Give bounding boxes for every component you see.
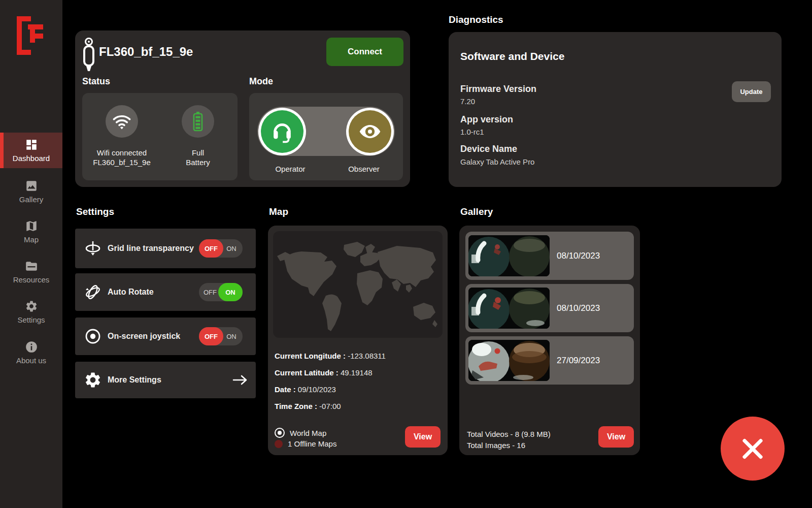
headset-icon: [270, 120, 294, 143]
offline-maps-label: 1 Offline Maps: [288, 439, 336, 448]
settings-title: Settings: [76, 206, 114, 217]
update-button[interactable]: Update: [732, 81, 771, 102]
battery-status-label: Full Battery: [159, 148, 236, 167]
operator-label: Operator: [262, 165, 318, 173]
gallery-icon: [25, 179, 38, 193]
map-view-button[interactable]: View: [405, 426, 441, 448]
gallery-title: Gallery: [460, 206, 493, 217]
toggle-on[interactable]: ON: [220, 327, 243, 345]
world-map-image: [273, 231, 443, 338]
sidebar-item-label: Settings: [17, 315, 45, 324]
toggle-off[interactable]: OFF: [199, 327, 223, 345]
observer-mode-button[interactable]: [346, 108, 394, 155]
gallery-item-date: 08/10/2023: [557, 284, 600, 332]
device-name-value: Galaxy Tab Active Pro: [460, 157, 534, 166]
observer-label: Observer: [336, 165, 392, 173]
sidebar-item-gallery[interactable]: Gallery: [0, 173, 62, 210]
world-map-radio[interactable]: World Map: [275, 428, 326, 438]
app-version-label: App version: [460, 114, 513, 125]
sidebar-item-label: Gallery: [19, 195, 44, 204]
joystick-icon: [84, 327, 102, 345]
map-info-line: Current Longitude : -123.08311: [275, 352, 386, 360]
close-fab-button[interactable]: [721, 417, 785, 481]
sidebar-item-map[interactable]: Map: [0, 213, 62, 250]
gallery-item[interactable]: 08/10/2023: [465, 284, 634, 332]
sidebar-item-about[interactable]: About us: [0, 334, 62, 371]
info-icon: [25, 340, 38, 354]
map-card: Current Longitude : -123.08311 Current L…: [268, 226, 448, 455]
device-probe-icon: [82, 38, 96, 72]
mode-title: Mode: [249, 76, 273, 87]
wifi-status-indicator: [106, 105, 138, 138]
setting-row-auto-rotate: Auto Rotate OFF ON: [75, 273, 256, 311]
eye-icon: [358, 119, 382, 144]
map-info-line: Time Zone : -07:00: [275, 402, 341, 410]
setting-label: Auto Rotate: [108, 287, 199, 297]
map-info-line: Current Latitude : 49.19148: [275, 368, 373, 377]
total-videos: Total Videos - 8 (9.8 MB): [467, 430, 551, 438]
status-title: Status: [82, 76, 110, 87]
wifi-status-label: Wifi connected FL360_bf_15_9e: [83, 148, 160, 167]
gallery-item-date: 27/09/2023: [557, 336, 600, 385]
radio-selected-icon: [275, 428, 285, 438]
toggle-on[interactable]: ON: [218, 283, 243, 301]
device-card: FL360_bf_15_9e Connect Status Wifi conne…: [75, 30, 410, 187]
setting-label: On-screen joystick: [108, 331, 199, 341]
diagnostics-card: Software and Device Firmware Version 7.2…: [449, 32, 782, 187]
wifi-icon: [112, 113, 131, 130]
operator-mode-button[interactable]: [258, 108, 306, 155]
arrow-right-icon: [232, 374, 248, 386]
video-thumbnail: [468, 288, 550, 329]
gallery-card: 08/10/2023 08/10/2023: [459, 226, 640, 455]
offline-maps-item[interactable]: 1 Offline Maps: [275, 439, 336, 448]
sidebar-item-settings[interactable]: Settings: [0, 294, 62, 330]
battery-status-indicator: [182, 105, 214, 138]
setting-row-onscreen-joystick: On-screen joystick OFF ON: [75, 318, 256, 355]
auto-rotate-icon: [84, 283, 102, 301]
offline-maps-icon: [275, 440, 283, 448]
app-version-value: 1.0-rc1: [460, 128, 484, 136]
setting-label: Grid line transparency: [108, 243, 199, 253]
toggle-on[interactable]: ON: [220, 239, 243, 258]
map-icon: [25, 219, 38, 233]
device-name: FL360_bf_15_9e: [99, 45, 193, 59]
gear-icon: [84, 371, 102, 389]
map-info-line: Date : 09/10/2023: [275, 385, 336, 394]
status-box: Wifi connected FL360_bf_15_9e Full Batte…: [82, 93, 238, 180]
device-name-label: Device Name: [460, 144, 517, 154]
software-device-title: Software and Device: [460, 50, 564, 62]
gallery-item-date: 08/10/2023: [557, 232, 600, 280]
sidebar-item-label: About us: [16, 356, 46, 365]
sidebar-item-label: Resources: [13, 275, 50, 284]
diagnostics-title: Diagnostics: [449, 14, 503, 25]
grid-line-transparency-icon: [84, 239, 102, 258]
onscreen-joystick-toggle[interactable]: OFF ON: [199, 327, 243, 345]
firmware-version-label: Firmware Version: [460, 84, 536, 94]
video-thumbnail: [468, 235, 550, 276]
dashboard-icon: [25, 138, 38, 151]
gallery-item[interactable]: 08/10/2023: [465, 232, 634, 280]
gallery-view-button[interactable]: View: [598, 426, 634, 448]
sidebar-item-dashboard[interactable]: Dashboard: [0, 133, 62, 168]
connect-button[interactable]: Connect: [326, 38, 403, 66]
battery-icon: [192, 111, 204, 132]
resources-icon: [25, 260, 38, 273]
auto-rotate-toggle[interactable]: OFF ON: [199, 283, 243, 301]
app-logo: [13, 13, 46, 58]
map-title: Map: [269, 206, 288, 217]
setting-row-grid-line-transparency: Grid line transparency OFF ON: [75, 229, 256, 268]
video-thumbnail: [468, 340, 550, 381]
more-settings-row[interactable]: More Settings: [75, 362, 256, 398]
more-settings-label: More Settings: [108, 375, 199, 385]
gallery-item[interactable]: 27/09/2023: [465, 336, 634, 385]
toggle-off[interactable]: OFF: [199, 239, 223, 258]
mode-box: Operator Observer: [249, 93, 403, 180]
grid-line-transparency-toggle[interactable]: OFF ON: [199, 239, 243, 258]
sidebar-item-label: Dashboard: [13, 154, 50, 163]
sidebar-item-label: Map: [24, 235, 39, 244]
sidebar: Dashboard Gallery Map Resources Settings: [0, 0, 62, 508]
world-map-preview[interactable]: [273, 231, 443, 338]
sidebar-item-resources[interactable]: Resources: [0, 253, 62, 290]
firmware-version-value: 7.20: [460, 97, 475, 106]
world-map-label: World Map: [290, 429, 326, 437]
